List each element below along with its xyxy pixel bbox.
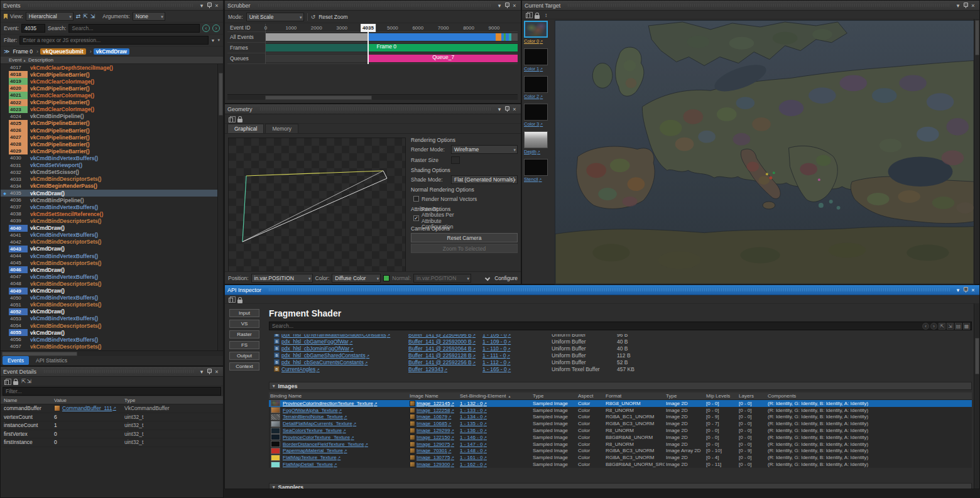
column-type[interactable]: Type [121,398,223,403]
image-object-link[interactable]: Image_130775 [416,455,454,460]
breadcrumb-item[interactable]: Frame 0 [13,48,33,55]
images-column-header[interactable]: Set-Binding-Element [459,393,531,399]
collapse-rows-icon[interactable]: ⇲ [947,323,954,330]
lock-icon[interactable] [13,381,18,385]
mode-select[interactable]: Unit Scale [246,13,304,21]
attachment-label[interactable]: Color 1 [524,66,553,72]
event-row[interactable]: 4041 vkCmdBindVertexBuffers() [1,232,223,239]
buffer-row[interactable]: B pdx_hlsl_cbGameFogOfWar Buffer_141 @ 2… [269,338,973,345]
all-events-track[interactable] [266,32,518,43]
image-object-link[interactable]: Image_122145 [416,401,454,406]
attachment-label[interactable]: Stencil [524,176,553,182]
events-vertical-scrollbar[interactable] [217,64,223,350]
event-id-input[interactable] [21,24,45,33]
param-value[interactable]: 6 [51,414,121,420]
attachment-thumbnail[interactable] [524,48,548,65]
dock-drag-handle[interactable] [44,370,194,373]
stage-button[interactable]: Output [229,352,259,360]
buffer-binding-link[interactable]: pdx_hlsl_cbSeaCurrentsConstants [281,359,368,365]
image-thumbnail[interactable] [271,421,280,427]
attachment-thumbnail[interactable] [524,159,548,176]
param-value[interactable]: 0 [51,439,121,445]
details-filter-input[interactable] [3,387,221,396]
event-id[interactable]: 4042 [9,239,28,246]
event-description[interactable]: vkCmdBindVertexBuffers() [28,232,223,239]
image-binding-link[interactable]: FogOfWarAlpha_Texture [283,408,342,413]
image-binding-link[interactable]: ProvinceColorTexture_Texture [283,435,354,440]
event-description[interactable]: vkCmdBindVertexBuffers() [28,336,223,343]
raster-size-input[interactable] [451,156,460,164]
image-object-link[interactable]: Image_129299 [416,428,454,433]
geometry-viewport[interactable] [228,138,406,274]
event-id[interactable]: 4056 [9,336,28,343]
close-icon[interactable]: × [969,2,977,9]
collapse-all-icon[interactable]: ⇲ [90,13,95,19]
event-id[interactable]: 4047 [9,273,28,280]
images-column-header[interactable]: Type [531,393,577,399]
image-object-link[interactable]: Image_129300 [416,462,454,467]
image-binding-link[interactable]: FlatMapDetail_Texture [283,462,337,467]
set-binding-link[interactable]: 1 - 161 - 0 [460,455,487,460]
column-event[interactable]: Event [1,57,28,63]
event-row[interactable]: 4038 vkCmdSetStencilReference() [1,210,223,217]
breadcrumb-item[interactable]: vkCmdDraw [88,48,129,55]
column-value[interactable]: Value [51,398,121,403]
buffer-binding-link[interactable]: pdx_hlsl_cbGameSharedConstants [281,352,369,359]
event-id[interactable]: 4054 [9,322,28,329]
lock-icon[interactable] [237,300,242,303]
event-id[interactable]: 4050 [9,295,28,301]
event-id[interactable]: 4031 [9,162,28,169]
attachment-thumbnail[interactable] [524,131,548,148]
event-description[interactable]: vkCmdBindDescriptorSets() [28,322,223,329]
detail-row[interactable]: vertexCount 6 uint32_t [1,413,223,422]
event-row[interactable]: 4047 vkCmdBindVertexBuffers() [1,273,223,280]
event-id[interactable]: 4045 [9,259,28,266]
event-id[interactable]: 4041 [9,232,28,239]
attachment-item[interactable]: Color 2 [524,76,553,99]
link-events-icon[interactable]: ⇄ [76,13,81,19]
breadcrumb-item[interactable]: vkQueueSubmit [35,48,86,55]
set-binding-link[interactable]: 1 - 147 - 0 [460,441,487,447]
set-binding-link[interactable]: 1 - 110 - 0 [482,345,511,352]
fit-vertical-icon[interactable]: ↕ [545,12,548,18]
event-row[interactable]: 4046 vkCmdDraw() [1,266,223,273]
details-table-header[interactable]: Name Value Type [1,396,223,404]
close-icon[interactable]: × [213,368,220,376]
image-row[interactable]: FlatMapDetail_Texture Image_129300 1 - 1… [269,461,972,468]
image-object-link[interactable]: Image_122150 [416,435,454,440]
param-value[interactable]: 1 [51,422,121,428]
image-row[interactable]: DetailFlatMapCurrents_Texture Image_1068… [269,420,972,427]
chevron-down-icon[interactable]: ▾ [496,2,503,9]
copy-icon[interactable] [4,380,9,385]
buffer-binding-link[interactable]: pdx_hlsl_cbGameFogOfWar [281,338,352,345]
api-search-input[interactable] [269,322,972,330]
event-description[interactable]: vkCmdPipelineBarrier() [28,85,223,92]
set-binding-link[interactable]: 1 - 165 - 0 [482,366,511,372]
search-input[interactable] [68,24,200,33]
collapse-icon[interactable]: ⇲ [27,378,32,384]
image-thumbnail[interactable] [271,441,280,447]
set-binding-link[interactable]: 1 - 133 - 0 [460,408,487,413]
event-id[interactable]: 4026 [9,127,28,134]
attachment-thumbnail[interactable] [524,76,548,93]
images-column-header[interactable]: Type [665,393,705,399]
set-binding-link[interactable]: 1 - 132 - 0 [460,401,487,406]
event-id[interactable]: 4038 [9,210,28,217]
event-id[interactable]: 4035 [9,190,28,197]
event-description[interactable]: vkCmdSetScissor() [28,169,223,176]
event-id[interactable]: 4043 [9,246,28,252]
set-binding-link[interactable]: 1 - 105 - 0 [482,334,511,338]
arguments-select[interactable]: None [133,12,165,21]
images-column-header[interactable]: Image Name [408,393,459,399]
event-id[interactable]: 4021 [9,92,28,99]
event-row[interactable]: 4037 vkCmdBindVertexBuffers() [1,203,223,210]
event-row[interactable]: 4019 vkCmdClearColorImage() [1,78,223,85]
event-row[interactable]: 4054 vkCmdBindDescriptorSets() [1,322,223,329]
event-id[interactable]: 4036 [9,197,28,203]
set-binding-link[interactable]: 1 - 146 - 0 [460,435,487,440]
column-name[interactable]: Name [1,398,51,403]
pin-icon[interactable] [962,2,969,9]
chevron-down-icon[interactable]: ▾ [198,368,205,376]
event-description[interactable]: vkCmdClearDepthStencilImage() [28,64,223,71]
event-row[interactable]: 4030 vkCmdBindVertexBuffers() [1,154,223,161]
